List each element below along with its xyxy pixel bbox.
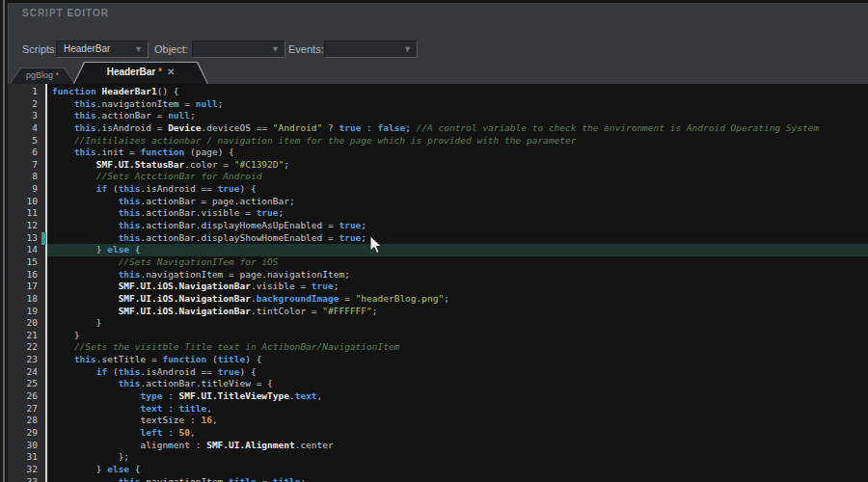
dirty-indicator: *	[56, 70, 60, 80]
line-number: 29	[8, 427, 38, 440]
line-number: 30	[8, 440, 38, 452]
mouse-cursor	[369, 235, 383, 254]
code-line[interactable]: left : 50,	[47, 427, 868, 440]
line-number: 16	[8, 269, 38, 281]
line-number: 3	[8, 110, 38, 122]
line-number: 32	[8, 464, 38, 476]
line-number: 6	[8, 147, 38, 159]
code-line[interactable]: } else {	[47, 244, 868, 256]
code-line[interactable]: this.navigationItem.title = title;	[47, 476, 868, 482]
line-number: 12	[8, 220, 38, 232]
code-line[interactable]: //Initilaizes actionbar / navigation ite…	[47, 135, 868, 147]
dirty-indicator: *	[158, 67, 162, 77]
line-number: 14	[8, 244, 38, 256]
code-line[interactable]: this.actionBar.displayShowHomeEnabled = …	[47, 232, 868, 245]
object-dropdown[interactable]: ▼	[192, 40, 285, 58]
code-lines[interactable]: function HeaderBar1() { this.navigationI…	[47, 84, 868, 482]
line-number: 26	[8, 390, 38, 403]
code-line[interactable]: }	[47, 330, 868, 342]
line-number: 24	[8, 366, 38, 379]
tab-headerbar[interactable]: HeaderBar *✕	[73, 62, 208, 84]
line-number: 8	[8, 171, 38, 183]
line-number: 31	[8, 451, 38, 464]
code-line[interactable]: this.init = function (page) {	[47, 147, 868, 159]
line-number: 2	[8, 98, 38, 111]
script-editor-window: SCRIPT EDITOR Scripts: HeaderBar ▼ Objec…	[0, 0, 868, 482]
toolbar: Scripts: HeaderBar ▼ Object: ▼ Events: ▼	[9, 40, 868, 61]
code-line[interactable]: } else {	[47, 464, 868, 476]
line-number: 19	[8, 306, 38, 318]
code-line[interactable]: textSize : 16,	[47, 415, 868, 427]
code-line[interactable]: function HeaderBar1() {	[47, 86, 868, 98]
line-number: 13	[8, 232, 38, 245]
code-line[interactable]: this.actionBar = null;	[47, 110, 868, 122]
splitter-groove	[3, 0, 5, 482]
tab-label: pgBlog *	[10, 70, 75, 80]
code-editor[interactable]: 1234567891011121314151617181920212223242…	[8, 84, 868, 482]
chevron-down-icon: ▼	[403, 44, 412, 54]
events-dropdown[interactable]: ▼	[324, 40, 418, 58]
line-number: 17	[8, 281, 38, 293]
code-line[interactable]: }	[47, 317, 868, 330]
scripts-dropdown[interactable]: HeaderBar ▼	[56, 40, 149, 58]
line-number: 4	[8, 122, 38, 135]
object-label: Object:	[154, 43, 188, 55]
line-number: 5	[8, 135, 38, 147]
code-line[interactable]: alignment : SMF.UI.Alignment.center	[47, 440, 868, 452]
code-line[interactable]: //Sets the visitble Title text in Actibo…	[47, 341, 868, 354]
page-title: SCRIPT EDITOR	[22, 8, 109, 18]
line-number: 10	[8, 196, 38, 208]
line-number: 27	[8, 403, 38, 415]
close-icon[interactable]: ✕	[167, 67, 175, 77]
chevron-down-icon: ▼	[271, 44, 280, 54]
code-line[interactable]: SMF.UI.iOS.NavigationBar.tintColor = "#F…	[47, 306, 868, 318]
code-line[interactable]: SMF.UI.iOS.NavigationBar.backgroundImage…	[47, 293, 868, 306]
code-line[interactable]: SMF.UI.iOS.NavigationBar.visible = true;	[47, 281, 868, 293]
gutter: 1234567891011121314151617181920212223242…	[8, 84, 45, 482]
code-line[interactable]: type : SMF.UI.TitleViewType.text,	[47, 390, 868, 403]
code-line[interactable]: if (this.isAndroid == true) {	[47, 366, 868, 379]
line-number: 9	[8, 183, 38, 196]
line-number: 21	[8, 330, 38, 342]
events-label: Events:	[288, 43, 324, 55]
code-line[interactable]: text : title,	[47, 403, 868, 415]
code-line[interactable]: if (this.isAndroid == true) {	[47, 183, 868, 196]
code-line[interactable]: SMF.UI.StatusBar.color = "#C1392D";	[47, 159, 868, 172]
line-number: 28	[8, 415, 38, 427]
left-splitter[interactable]	[0, 0, 8, 482]
tab-pgblog[interactable]: pgBlog *	[10, 67, 75, 84]
gutter-breakpoint-marker[interactable]	[41, 232, 46, 245]
code-line[interactable]: this.isAndroid = Device.deviceOS == "And…	[47, 122, 868, 135]
line-number: 7	[8, 159, 38, 172]
code-line[interactable]: };	[47, 451, 868, 464]
scripts-label: Scripts:	[22, 43, 58, 55]
code-line[interactable]: this.navigationItem = null;	[47, 98, 868, 111]
line-number: 18	[8, 293, 38, 306]
line-number: 33	[8, 476, 38, 482]
line-number: 15	[8, 256, 38, 269]
line-number: 22	[8, 341, 38, 354]
scripts-dropdown-value: HeaderBar	[64, 43, 110, 54]
line-number: 11	[8, 207, 38, 220]
tab-label: HeaderBar *✕	[73, 67, 208, 77]
code-line[interactable]: this.actionBar.visible = true;	[47, 207, 868, 220]
code-line[interactable]: this.actionBar.displayHomeAsUpEnabled = …	[47, 220, 868, 232]
chevron-down-icon: ▼	[134, 44, 143, 54]
line-number: 20	[8, 317, 38, 330]
code-line[interactable]: //Sets NavigationITem for iOS	[47, 256, 868, 269]
code-line[interactable]: //Sets ActctionBar for Android	[47, 171, 868, 183]
line-number: 1	[8, 86, 38, 98]
code-line[interactable]: this.navigationItem = page.navigationIte…	[47, 269, 868, 281]
code-line[interactable]: this.actionBar = page.actionBar;	[47, 196, 868, 208]
line-number: 23	[8, 354, 38, 366]
line-number: 25	[8, 378, 38, 390]
code-line[interactable]: this.setTitle = function (title) {	[47, 354, 868, 366]
code-line[interactable]: this.actionBar.titleView = {	[47, 378, 868, 390]
